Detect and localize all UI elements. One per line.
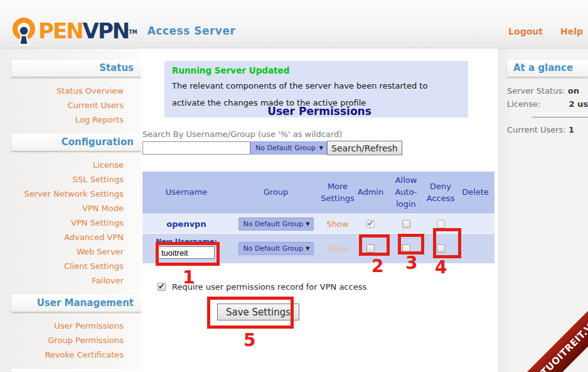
col-header-allow-auto-login: Allow Auto-login [387, 172, 425, 214]
openvpn-group-cell: No Default Group ▼ [230, 214, 321, 233]
openvpn-show-link[interactable]: Show [326, 219, 348, 229]
sidebar-item-server-network-settings[interactable]: Server Network Settings [0, 187, 141, 201]
logo-pen-text: PEN [38, 18, 83, 43]
logo-text: PENVPN [38, 20, 129, 41]
sidebar-section-status: Status [11, 60, 141, 77]
sidebar-section-next-cutoff [11, 369, 141, 372]
logo-subtitle: Access Server [147, 25, 236, 37]
user-permissions-table: Username Group More Settings Admin Allow… [142, 172, 494, 264]
notice-title: Running Server Updated [172, 65, 461, 75]
glance-divider [532, 117, 588, 118]
chevron-down-icon: ▼ [306, 221, 309, 227]
sidebar-item-ssl-settings[interactable]: SSL Settings [0, 172, 141, 187]
sidebar-item-vpn-mode[interactable]: VPN Mode [0, 201, 141, 216]
chevron-down-icon: ▼ [306, 246, 309, 251]
sidebar-item-license[interactable]: License [0, 158, 141, 172]
sidebar-item-user-permissions[interactable]: User Permissions [0, 319, 141, 333]
sidebar-item-revoke-certificates[interactable]: Revoke Certificates [0, 347, 141, 362]
sidebar-item-vpn-settings[interactable]: VPN Settings [0, 216, 141, 230]
page-title: User Permissions [141, 105, 498, 118]
current-users-row: Current Users: 1 [507, 123, 588, 136]
new-username-cell: New Username: [142, 234, 230, 263]
new-user-admin-checkbox[interactable] [366, 244, 375, 253]
require-permissions-checkbox[interactable] [158, 283, 166, 291]
table-header-row: Username Group More Settings Admin Allow… [142, 172, 494, 214]
new-user-deny-checkbox[interactable] [437, 244, 445, 253]
license-value: 2 us [569, 97, 588, 111]
new-username-input[interactable] [158, 246, 215, 259]
new-user-autologin-checkbox[interactable] [402, 244, 410, 253]
sidebar-item-group-permissions[interactable]: Group Permissions [0, 333, 141, 347]
logo-trademark: TM [129, 30, 137, 35]
new-user-delete-cell [456, 234, 494, 263]
new-user-group-select-value: No Default Group [243, 244, 304, 253]
page: PENVPN TM Access Server Logout Help Stat… [0, 0, 588, 372]
sidebar-item-client-settings[interactable]: Client Settings [0, 259, 141, 273]
openvpn-logo: PENVPN TM Access Server [10, 16, 235, 45]
col-header-deny-access: Deny Access [425, 172, 456, 214]
search-group-select[interactable]: No Default Group ▼ [250, 141, 327, 155]
openvpn-group-select-value: No Default Group [243, 220, 304, 228]
keyhole-logo-icon [10, 16, 38, 45]
sidebar-item-status-overview[interactable]: Status Overview [0, 84, 141, 98]
at-a-glance-body: Server Status: on License: 2 us Current … [498, 77, 588, 136]
license-label: License: [507, 97, 540, 111]
new-username-label: New Username: [156, 238, 217, 245]
logout-link[interactable]: Logout [508, 26, 543, 36]
col-header-group: Group [230, 172, 321, 214]
new-user-group-select[interactable]: No Default Group ▼ [238, 242, 314, 255]
sidebar-item-failover[interactable]: Failover [0, 273, 141, 288]
left-sidebar: Status Status Overview Current Users Log… [0, 48, 141, 372]
current-users-value: 1 [569, 125, 574, 134]
require-permissions-row: Require user permissions record for VPN … [158, 282, 366, 292]
require-permissions-label: Require user permissions record for VPN … [172, 282, 366, 292]
sidebar-item-web-server[interactable]: Web Server [0, 244, 141, 259]
top-links: Logout Help [508, 26, 583, 36]
sidebar-item-current-users[interactable]: Current Users [0, 98, 141, 112]
status-items: Status Overview Current Users Log Report… [0, 84, 141, 127]
at-a-glance-title: At a glance [507, 60, 588, 77]
openvpn-group-select[interactable]: No Default Group ▼ [238, 217, 314, 231]
openvpn-deny-checkbox[interactable] [437, 220, 445, 228]
user-management-items: User Permissions Group Permissions Revok… [0, 319, 141, 362]
col-header-more-settings: More Settings [321, 172, 354, 214]
chevron-down-icon: ▼ [319, 145, 323, 151]
search-group-select-value: No Default Group [255, 144, 316, 152]
main-content: Running Server Updated The relevant comp… [141, 48, 498, 372]
table-row-new-username: New Username: No Default Group ▼ Show [142, 234, 494, 263]
current-users-label: Current Users: [507, 125, 566, 134]
top-header: PENVPN TM Access Server Logout Help [0, 0, 588, 48]
help-link[interactable]: Help [560, 26, 583, 36]
col-header-username: Username [142, 172, 230, 214]
server-status-row: Server Status: on [507, 84, 588, 97]
col-header-delete: Delete [456, 172, 494, 214]
new-user-show-link[interactable]: Show [326, 244, 348, 253]
openvpn-admin-checkbox[interactable] [366, 220, 375, 228]
license-row: License: 2 us [507, 97, 588, 111]
search-row: No Default Group ▼ Search/Refresh [142, 141, 402, 155]
new-user-group-cell: No Default Group ▼ [230, 234, 321, 263]
configuration-items: License SSL Settings Server Network Sett… [0, 158, 141, 288]
table-row-openvpn: openvpn No Default Group ▼ Show [142, 214, 494, 233]
search-refresh-button[interactable]: Search/Refresh [327, 141, 402, 155]
sidebar-section-user-management: User Management [11, 295, 141, 312]
save-settings-button[interactable]: Save Settings [217, 304, 299, 320]
sidebar-section-configuration: Configuration [11, 134, 141, 151]
sidebar-item-advanced-vpn[interactable]: Advanced VPN [0, 230, 141, 244]
col-header-admin: Admin [354, 172, 387, 214]
server-status-value: on [568, 86, 579, 96]
logo-vpn-text: VPN [83, 18, 129, 43]
search-input[interactable] [142, 141, 250, 155]
server-status-label: Server Status: [507, 86, 565, 96]
openvpn-autologin-checkbox[interactable] [402, 220, 410, 228]
sidebar-item-log-reports[interactable]: Log Reports [0, 112, 141, 127]
username-openvpn: openvpn [142, 214, 230, 233]
search-label: Search By Username/Group (use '%' as wil… [142, 129, 342, 139]
openvpn-delete-cell [456, 214, 494, 233]
